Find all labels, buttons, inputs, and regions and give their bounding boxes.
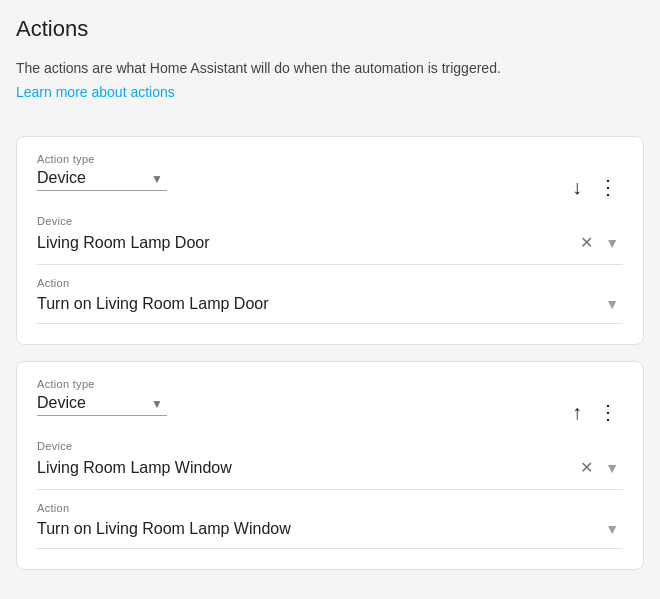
action-card-1: Action type Device Service Delay ▼ ↓ ⋮ D… [16, 136, 644, 345]
device-label-1: Device [37, 215, 623, 227]
page-title: Actions [16, 16, 644, 42]
action-card-2: Action type Device Service Delay ▼ ↑ ⋮ D… [16, 361, 644, 570]
action-label-1: Action [37, 277, 623, 289]
device-value-1: Living Room Lamp Door [37, 230, 576, 256]
action-value-2: Turn on Living Room Lamp Window [37, 516, 623, 542]
more-options-icon-1[interactable]: ⋮ [594, 171, 623, 203]
more-options-icon-2[interactable]: ⋮ [594, 396, 623, 428]
action-type-select-2[interactable]: Device Service Delay [37, 392, 167, 416]
learn-more-link[interactable]: Learn more about actions [16, 84, 175, 100]
action-value-1: Turn on Living Room Lamp Door [37, 291, 623, 317]
action-label-2: Action [37, 502, 623, 514]
description-text: The actions are what Home Assistant will… [16, 58, 644, 79]
action-type-label-2: Action type [37, 378, 568, 390]
action-type-label-1: Action type [37, 153, 568, 165]
device-dropdown-arrow-2[interactable]: ▼ [601, 456, 623, 480]
device-dropdown-arrow-1[interactable]: ▼ [601, 231, 623, 255]
move-up-icon-2[interactable]: ↑ [568, 397, 586, 428]
device-value-2: Living Room Lamp Window [37, 455, 576, 481]
move-down-icon-1[interactable]: ↓ [568, 172, 586, 203]
action-type-select-1[interactable]: Device Service Delay [37, 167, 167, 191]
clear-device-icon-2[interactable]: ✕ [576, 454, 597, 481]
clear-device-icon-1[interactable]: ✕ [576, 229, 597, 256]
device-label-2: Device [37, 440, 623, 452]
